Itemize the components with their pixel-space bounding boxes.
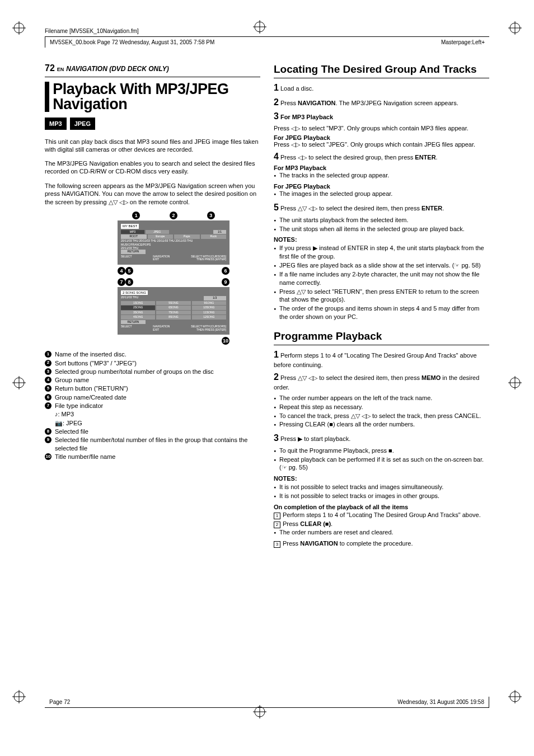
intro-para-2: The MP3/JPEG Navigation enables you to s… bbox=[45, 159, 260, 176]
crop-mark-icon bbox=[508, 21, 522, 35]
loc-step-5-b1: The unit starts playback from the select… bbox=[274, 216, 489, 224]
notes-heading-2: NOTES: bbox=[274, 475, 489, 482]
crop-mark-icon bbox=[508, 690, 522, 703]
callout-6: 6 bbox=[222, 267, 229, 275]
prog-s2-bul-2: Repeat this step as necessary. bbox=[274, 403, 489, 411]
note-loc-4: Press △▽ to select "RETURN", then press … bbox=[274, 288, 489, 304]
mp3-badge: MP3 bbox=[45, 118, 67, 130]
box-3: 3 bbox=[274, 541, 280, 548]
filename-label: Filename [MV5SEK_10Navigation.fm] bbox=[45, 28, 489, 34]
completion-3: Press NAVIGATION to complete the procedu… bbox=[283, 540, 413, 547]
box-1: 1 bbox=[274, 513, 280, 519]
prog-s3-bul-2: Repeat playback can be performed if it i… bbox=[274, 456, 489, 472]
crop-mark-icon bbox=[253, 20, 266, 34]
book-info: MV5SEK_00.book Page 72 Wednesday, August… bbox=[50, 39, 214, 45]
nav-screen-1: MY BEST MP3 JPEG 1/1 ROOT Europe Pops Ro… bbox=[118, 220, 229, 265]
section-heading: NAVIGATION (DVD DECK ONLY) bbox=[66, 65, 168, 73]
legend-7: File type indicator bbox=[55, 402, 103, 410]
callout-1: 1 bbox=[132, 212, 140, 219]
callout-4: 4 bbox=[118, 267, 125, 275]
loc-step-3-head: For MP3 Playback bbox=[280, 114, 333, 120]
legend-list: 1Name of the inserted disc. 2Sort button… bbox=[45, 350, 260, 461]
prog-s2-bul-3: To cancel the track, press △▽ ◁▷ to sele… bbox=[274, 412, 489, 420]
note-loc-1: If you press ▶ instead of ENTER in step … bbox=[274, 244, 489, 261]
callout-2: 2 bbox=[170, 212, 177, 219]
legend-5: Return button ("RETURN") bbox=[55, 384, 128, 392]
note-prog-2: It is not possible to select tracks or i… bbox=[274, 492, 489, 500]
legend-3: Selected group number/total number of gr… bbox=[55, 368, 214, 375]
legend-10: Title number/file name bbox=[55, 453, 115, 461]
manual-page: Filename [MV5SEK_10Navigation.fm] MV5SEK… bbox=[0, 0, 534, 756]
nav-screen-2: 2 SONG SONG 20/11/03 THU 1/3 1SONG5SONG9… bbox=[118, 287, 229, 335]
completion-2: Press CLEAR (■). bbox=[283, 520, 332, 527]
loc-step-5: Press △▽ ◁▷ to select the desired item, … bbox=[280, 205, 444, 212]
jpeg-badge: JPEG bbox=[70, 118, 95, 130]
crop-mark-icon bbox=[12, 376, 26, 389]
intro-para-1: This unit can play back discs that MP3 s… bbox=[45, 138, 260, 154]
callout-7: 7 bbox=[118, 278, 125, 286]
file-type-jpeg: 📷: JPEG bbox=[55, 419, 82, 427]
callout-5: 5 bbox=[125, 267, 133, 275]
main-title: Playback With MP3/JPEG Navigation bbox=[53, 82, 260, 112]
crop-mark-icon bbox=[508, 376, 522, 389]
prog-step-3: Press ▶ to start playback. bbox=[280, 435, 350, 442]
nav-screen-diagram: 1 2 3 MY BEST MP3 JPEG 1/1 ROOT Europe bbox=[118, 212, 229, 345]
note-loc-3: If a file name includes any 2-byte chara… bbox=[274, 270, 489, 287]
masterpage-label: Masterpage:Left+ bbox=[441, 39, 485, 45]
loc-step-1: Load a disc. bbox=[280, 85, 313, 92]
legend-2: Sort buttons ("MP3" / "JPEG") bbox=[55, 359, 137, 367]
page-lang: EN bbox=[57, 67, 64, 72]
prog-s2-bul-4: Pressing CLEAR (■) clears all the order … bbox=[274, 420, 489, 429]
footer-frame: Page 72 Wednesday, 31 August 2005 19:58 bbox=[45, 697, 489, 708]
loc-step-4-mp3: The tracks in the selected group appear. bbox=[274, 171, 489, 180]
loc-step-4-jpeg-head: For JPEG Playback bbox=[274, 183, 489, 190]
loc-step-4: Press ◁▷ to select the desired group, th… bbox=[280, 154, 438, 161]
callout-8: 8 bbox=[125, 278, 133, 286]
crop-mark-icon bbox=[12, 21, 26, 35]
legend-8: Selected file bbox=[55, 428, 88, 435]
note-loc-5: The order of the groups and items shown … bbox=[274, 304, 489, 321]
locating-heading: Locating The Desired Group And Tracks bbox=[274, 63, 489, 76]
file-type-mp3: ♪: MP3 bbox=[55, 410, 74, 418]
header-frame: MV5SEK_00.book Page 72 Wednesday, August… bbox=[45, 36, 489, 48]
intro-para-3: The following screen appears as the MP3/… bbox=[45, 182, 260, 206]
callout-3: 3 bbox=[207, 212, 215, 219]
page-number: 72 bbox=[45, 63, 55, 73]
callout-10: 10 bbox=[222, 337, 229, 345]
prog-s2-bul-1: The order number appears on the left of … bbox=[274, 394, 489, 402]
legend-1: Name of the inserted disc. bbox=[55, 350, 127, 358]
loc-step-4-jpeg: The images in the selected group appear. bbox=[274, 190, 489, 198]
crop-mark-icon bbox=[12, 690, 26, 703]
prog-s3-bul-1: To quit the Programme Playback, press ■. bbox=[274, 447, 489, 455]
prog-step-1: Perform steps 1 to 4 of "Locating The De… bbox=[274, 352, 477, 368]
note-prog-1: It is not possible to select tracks and … bbox=[274, 483, 489, 491]
completion-head: On completion of the playback of all the… bbox=[274, 504, 489, 510]
completion-1: Perform steps 1 to 4 of "Locating The De… bbox=[283, 511, 481, 518]
box-2: 2 bbox=[274, 522, 280, 528]
loc-step-3-body: Press ◁▷ to select "MP3". Only groups wh… bbox=[274, 125, 489, 132]
note-loc-2: JPEG files are played back as a slide sh… bbox=[274, 261, 489, 270]
legend-9: Selected file number/total number of fil… bbox=[55, 436, 260, 452]
loc-step-3j-head: For JPEG Playback bbox=[274, 134, 489, 141]
loc-step-5-b2: The unit stops when all items in the sel… bbox=[274, 225, 489, 233]
loc-step-3j-body: Press ◁▷ to select "JPEG". Only groups w… bbox=[274, 141, 489, 148]
title-accent-bar bbox=[45, 82, 49, 112]
loc-step-4-mp3-head: For MP3 Playback bbox=[274, 165, 489, 171]
legend-6: Group name/Created date bbox=[55, 393, 127, 401]
footer-page: Page 72 bbox=[49, 699, 70, 705]
right-column: Locating The Desired Group And Tracks 1L… bbox=[274, 63, 489, 548]
callout-9: 9 bbox=[222, 278, 229, 286]
completion-2-bul: The order numbers are reset and cleared. bbox=[274, 528, 489, 537]
programme-heading: Programme Playback bbox=[274, 330, 489, 342]
footer-date: Wednesday, 31 August 2005 19:58 bbox=[397, 699, 484, 705]
left-column: 72 EN NAVIGATION (DVD DECK ONLY) Playbac… bbox=[45, 63, 260, 548]
loc-step-2: Press NAVIGATION. The MP3/JPEG Navigatio… bbox=[280, 100, 458, 106]
prog-step-2: Press △▽ ◁▷ to select the desired item, … bbox=[274, 374, 479, 391]
notes-heading: NOTES: bbox=[274, 236, 489, 243]
legend-4: Group name bbox=[55, 376, 89, 384]
